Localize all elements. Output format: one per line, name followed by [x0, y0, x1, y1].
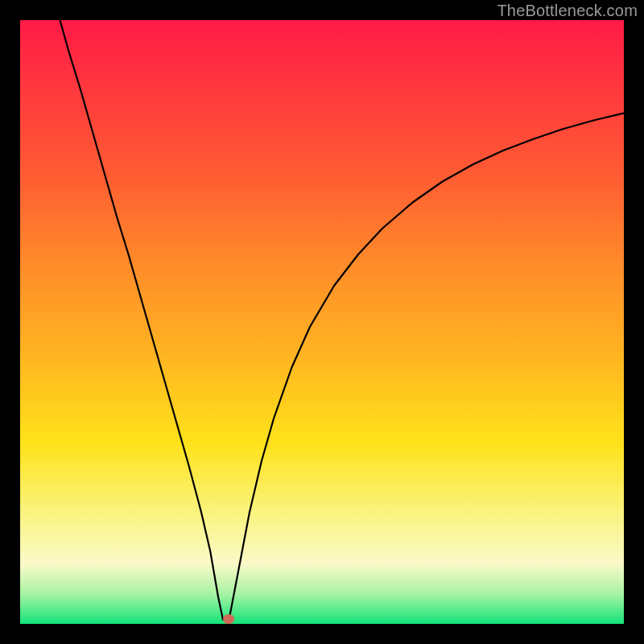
- minimum-marker: [223, 614, 234, 624]
- plot-area: [20, 20, 624, 624]
- curve-path: [60, 20, 625, 620]
- bottleneck-curve: [20, 20, 624, 624]
- watermark-text: TheBottleneck.com: [497, 2, 638, 20]
- chart-frame: TheBottleneck.com: [0, 0, 644, 644]
